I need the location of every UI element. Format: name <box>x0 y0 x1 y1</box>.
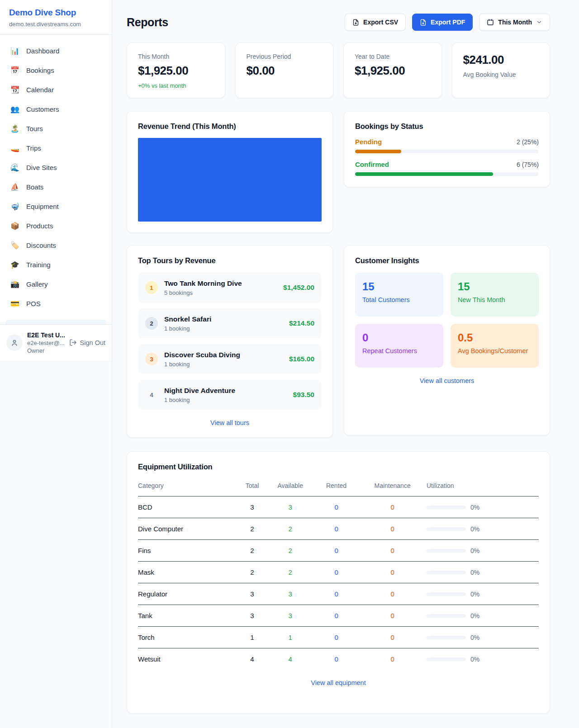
sidebar-item[interactable]: 📦 Products <box>5 216 106 236</box>
sidebar-item[interactable]: 🎓 Training <box>5 255 106 274</box>
export-csv-button[interactable]: Export CSV <box>345 14 406 31</box>
period-select-button[interactable]: This Month <box>479 14 550 31</box>
tour-revenue: $93.50 <box>293 391 314 399</box>
equipment-table: Category Total Available Rented Maintena… <box>138 477 539 670</box>
sidebar-item[interactable]: ⛵ Boats <box>5 177 106 197</box>
table-row: Dive Computer 2 2 0 0 0% <box>138 518 539 540</box>
cell-total: 3 <box>238 583 266 605</box>
utilization-wrap: 0% <box>427 504 539 511</box>
sidebar-item[interactable]: 🚤 Trips <box>5 138 106 158</box>
col-available: Available <box>266 477 314 496</box>
cell-maintenance: 0 <box>358 540 427 562</box>
insight-label: Avg Bookings/Customer <box>458 347 532 355</box>
table-row: Regulator 3 3 0 0 0% <box>138 583 539 605</box>
sidebar-item[interactable]: 🌊 Dive Sites <box>5 158 106 177</box>
bookings-by-status-card: Bookings by Status Pending 2 (25%) <box>344 111 550 187</box>
stat-label: Previous Period <box>247 53 323 60</box>
tour-info: Two Tank Morning Dive 5 bookings <box>164 279 242 296</box>
table-row: Wetsuit 4 4 0 0 0% <box>138 648 539 670</box>
cell-rented: 0 <box>314 583 358 605</box>
stat-label: Avg Booking Value <box>463 71 539 78</box>
shop-header: Demo Dive Shop demo.test.divestreams.com <box>0 0 112 35</box>
cell-rented: 0 <box>314 648 358 670</box>
cell-category: Tank <box>138 605 238 627</box>
utilization-bar <box>427 549 465 553</box>
export-pdf-label: Export PDF <box>431 19 465 26</box>
tour-name: Night Dive Adventure <box>164 387 235 395</box>
cell-total: 3 <box>238 496 266 518</box>
sidebar-item-label: Dive Sites <box>26 164 57 171</box>
sidebar-item-label: Bookings <box>26 66 54 74</box>
cell-available: 2 <box>266 518 314 540</box>
stats-row: This Month $1,925.00 +0% vs last month P… <box>127 43 550 98</box>
table-row: Fins 2 2 0 0 0% <box>138 540 539 562</box>
cell-available: 4 <box>266 648 314 670</box>
cell-available: 3 <box>266 605 314 627</box>
tour-rank-badge: 1 <box>145 281 158 294</box>
utilization-bar <box>427 592 465 596</box>
sidebar-item[interactable]: 📆 Calendar <box>5 80 106 99</box>
cell-total: 1 <box>238 627 266 648</box>
cell-rented: 0 <box>314 627 358 648</box>
sidebar: Demo Dive Shop demo.test.divestreams.com… <box>0 0 112 728</box>
utilization-percent: 0% <box>470 634 479 641</box>
customer-insights-card: Customer Insights 15 Total Customers 15 … <box>344 245 550 435</box>
insight-tile: 0.5 Avg Bookings/Customer <box>451 324 539 368</box>
sidebar-item[interactable]: 📊 Dashboard <box>5 41 106 61</box>
utilization-bar <box>427 506 465 509</box>
view-all-equipment-link[interactable]: View all equipment <box>138 679 539 686</box>
insight-tile: 15 New This Month <box>451 273 539 317</box>
view-all-tours-link[interactable]: View all tours <box>138 419 322 426</box>
sidebar-item-reports-active[interactable] <box>5 320 106 324</box>
table-row: Torch 1 1 0 0 0% <box>138 627 539 648</box>
export-pdf-button[interactable]: Export PDF <box>412 14 473 31</box>
sidebar-item[interactable]: 📅 Bookings <box>5 61 106 80</box>
cell-available: 1 <box>266 627 314 648</box>
utilization-bar <box>427 527 465 531</box>
view-all-customers-link[interactable]: View all customers <box>355 377 539 384</box>
insight-label: Repeat Customers <box>362 347 436 355</box>
cell-total: 4 <box>238 648 266 670</box>
tour-revenue: $214.50 <box>289 319 314 327</box>
utilization-wrap: 0% <box>427 591 539 598</box>
utilization-percent: 0% <box>470 525 479 533</box>
sidebar-item[interactable]: 🤿 Equipment <box>5 197 106 216</box>
table-header-row: Category Total Available Rented Maintena… <box>138 477 539 496</box>
header-actions: Export CSV Export PDF This Month <box>345 14 550 31</box>
sidebar-item-label: Tours <box>26 125 43 132</box>
sidebar-item-label: Equipment <box>26 203 59 210</box>
page-title: Reports <box>127 16 168 29</box>
status-row: Pending 2 (25%) <box>355 138 539 153</box>
sign-out-button[interactable]: Sign Out <box>69 339 105 346</box>
customer-insights-title: Customer Insights <box>355 256 539 265</box>
stat-avg-booking-value: $241.00 Avg Booking Value <box>452 43 551 98</box>
tour-info: Discover Scuba Diving 1 booking <box>164 351 240 368</box>
top-tours-card: Top Tours by Revenue 1 Two Tank Morning … <box>127 245 333 438</box>
avatar <box>6 335 23 351</box>
sidebar-item-icon: 📦 <box>10 222 20 230</box>
sidebar-item-label: Gallery <box>26 280 48 288</box>
tour-revenue: $165.00 <box>289 355 314 363</box>
sidebar-item[interactable]: 📸 Gallery <box>5 274 106 294</box>
cell-utilization: 0% <box>427 605 539 627</box>
sidebar-item[interactable]: 🏷️ Discounts <box>5 236 106 255</box>
table-row: BCD 3 3 0 0 0% <box>138 496 539 518</box>
insight-number: 0.5 <box>458 331 532 344</box>
stat-this-month: This Month $1,925.00 +0% vs last month <box>127 43 225 98</box>
insight-tiles: 15 Total Customers 15 New This Month 0 R… <box>355 273 539 368</box>
stat-value: $1,925.00 <box>138 64 214 78</box>
user-role: Owner <box>27 347 65 354</box>
table-row: Tank 3 3 0 0 0% <box>138 605 539 627</box>
tour-row: 3 Discover Scuba Diving 1 booking $165.0… <box>138 344 322 374</box>
sidebar-item-icon: 📅 <box>10 66 20 75</box>
sidebar-item[interactable]: 👥 Customers <box>5 99 106 119</box>
sidebar-nav: 📊 Dashboard 📅 Bookings 📆 Calendar 👥 Cust… <box>0 35 112 313</box>
sidebar-item[interactable]: 💳 POS <box>5 294 106 313</box>
insight-number: 15 <box>458 280 532 293</box>
sidebar-item-label: Calendar <box>26 86 54 94</box>
cell-maintenance: 0 <box>358 583 427 605</box>
cell-utilization: 0% <box>427 627 539 648</box>
cell-category: Mask <box>138 562 238 583</box>
sidebar-item[interactable]: 🏝️ Tours <box>5 119 106 138</box>
cell-available: 2 <box>266 540 314 562</box>
